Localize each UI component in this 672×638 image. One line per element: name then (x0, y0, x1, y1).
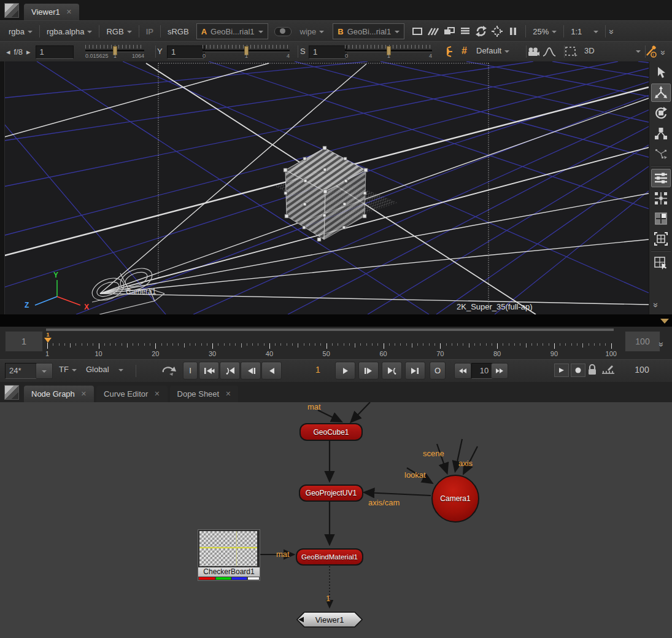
timeline-range-end-box[interactable]: 100 (625, 331, 660, 352)
timeline-current-frame-box[interactable]: 1 (5, 331, 43, 352)
wipe-toggle[interactable] (274, 27, 292, 36)
grid-toggle-icon[interactable]: # (462, 45, 467, 56)
zoom-dropdown[interactable]: 25% (530, 27, 559, 36)
node-camera1[interactable]: Camera1 (431, 475, 479, 523)
ip-toggle[interactable]: IP (144, 27, 156, 36)
layout-grid-tool[interactable] (651, 189, 671, 208)
display-mode-dropdown[interactable]: RGB (104, 27, 134, 36)
range-mode-dropdown[interactable]: Global (83, 365, 126, 374)
input-b-dropdown[interactable]: B GeoBi...rial1 (333, 23, 404, 39)
view-preset-dropdown[interactable]: Default (474, 46, 512, 55)
node-geocube1[interactable]: GeoCube1 (299, 423, 363, 441)
step-forward-button[interactable] (358, 362, 379, 379)
play-forward-button[interactable] (335, 362, 355, 379)
node-geoprojectuv1[interactable]: GeoProjectUV1 (299, 484, 363, 502)
close-icon[interactable]: ✕ (66, 9, 72, 15)
frame-view-tool[interactable] (651, 230, 671, 248)
framing-icon[interactable] (409, 24, 425, 39)
gamma-display-icon[interactable] (457, 24, 473, 39)
jump-back-button[interactable] (454, 363, 471, 379)
saturation-slider[interactable]: 0 1 4 (345, 44, 432, 60)
tab-curve-editor[interactable]: Curve Editor ✕ (96, 386, 167, 402)
lock-range-button[interactable] (587, 364, 598, 378)
next-fstop-arrow[interactable]: ▸ (26, 47, 31, 56)
saturation-input[interactable]: 1 (309, 45, 347, 59)
gamma-input[interactable]: 1 (167, 45, 205, 59)
refresh-icon[interactable] (473, 24, 489, 39)
channels-dropdown[interactable]: rgba (6, 27, 35, 36)
tab-viewer1[interactable]: Viewer1 ✕ (24, 4, 79, 20)
ruler-tick (434, 343, 435, 346)
camera-lock-icon[interactable] (525, 44, 541, 59)
timeline-zoom-bar[interactable] (46, 329, 614, 331)
3d-light-icon[interactable] (438, 44, 454, 59)
close-icon[interactable]: ✕ (81, 391, 87, 397)
ruler-tick (554, 343, 555, 349)
tab-node-graph[interactable]: Node Graph ✕ (24, 386, 94, 402)
snap-tool[interactable] (651, 144, 671, 163)
goto-view-tool[interactable] (651, 254, 671, 273)
gain-slider[interactable]: 0.015625 1 1064 (85, 44, 144, 60)
proxy-dropdown[interactable]: 1:1 (568, 27, 601, 36)
pane-menu-icon[interactable] (4, 3, 19, 18)
node-viewer1[interactable]: Viewer1 (296, 611, 363, 628)
ruler-tick (304, 343, 304, 346)
tf-dropdown[interactable]: TF (56, 365, 79, 374)
loop-mode-icon[interactable] (161, 364, 177, 378)
goto-end-button[interactable] (405, 362, 425, 379)
viewport-3d[interactable]: Camera1 Y X Z 2K_Super_35(full-ap) (0, 61, 649, 314)
input-a-dropdown[interactable]: A GeoBi...rial1 (196, 23, 268, 39)
rotate-tool[interactable] (651, 104, 671, 122)
toolbar-overflow-chevron-icon[interactable]: » (607, 29, 617, 33)
roi-icon[interactable] (489, 24, 505, 39)
close-icon[interactable]: ✕ (154, 391, 160, 397)
layer-dropdown[interactable]: rgba.alpha (44, 27, 95, 36)
splitter-collapse-triangle-icon[interactable] (660, 319, 669, 324)
gain-input[interactable]: 1 (36, 45, 74, 59)
node-geobindmaterial1[interactable]: GeoBindMaterial1 (296, 548, 363, 566)
monitor-output-icon[interactable] (441, 24, 457, 39)
node-graph[interactable]: mat scene axis lookat axis/cam mat 1 Geo… (0, 402, 672, 638)
jump-forward-button[interactable] (491, 363, 508, 379)
toolbar2-overflow-chevron-icon[interactable]: » (658, 50, 668, 54)
node-checkerboard1[interactable]: CheckerBoard1 (198, 529, 260, 581)
scale-tool[interactable] (651, 124, 671, 142)
wipe-dropdown[interactable]: wipe (298, 27, 327, 36)
lut-curve-icon[interactable] (541, 44, 557, 59)
next-keyframe-button[interactable] (382, 362, 402, 379)
pane-menu-icon[interactable] (4, 385, 19, 400)
playhead-marker[interactable] (44, 338, 52, 343)
split-view-tool[interactable] (651, 209, 671, 228)
flipbook-button[interactable] (554, 364, 569, 377)
timeline-ruler[interactable]: 1102030405060708090100 1 (43, 327, 618, 359)
translate-tool[interactable] (651, 84, 671, 102)
viewport-canvas[interactable]: Camera1 Y X Z 2K_Super_35(full-ap) (0, 61, 649, 314)
play-backward-button[interactable] (261, 362, 282, 379)
timeline-chevron-icon[interactable]: » (657, 342, 666, 346)
loop-once-button[interactable]: O (430, 362, 446, 379)
goto-start-button[interactable] (199, 362, 219, 379)
prev-fstop-arrow[interactable]: ◂ (6, 47, 10, 56)
ruler-tick (82, 343, 82, 346)
gamma-slider[interactable]: 0 1 4 (203, 44, 290, 60)
playback-range-end[interactable]: 100 (625, 365, 659, 375)
marquee-select-icon[interactable] (563, 44, 579, 59)
tab-dope-sheet[interactable]: Dope Sheet ✕ (170, 386, 239, 402)
record-button[interactable] (571, 364, 585, 377)
select-cursor-tool[interactable] (651, 63, 671, 82)
pause-icon[interactable] (505, 24, 521, 39)
viewer-splitter[interactable] (0, 314, 672, 327)
side-toolbar-chevron-icon[interactable]: » (651, 303, 661, 306)
view-dimension-dropdown[interactable]: 3D (582, 46, 643, 55)
sample-eyedropper-icon[interactable]: i (643, 44, 659, 59)
lut-dropdown[interactable]: sRGB (165, 27, 191, 36)
step-back-button[interactable] (241, 362, 261, 379)
close-icon[interactable]: ✕ (225, 391, 231, 397)
playback-current-frame[interactable]: 1 (306, 365, 330, 375)
multi-pass-tool[interactable] (651, 169, 671, 187)
fps-dropdown-button[interactable] (36, 363, 53, 379)
prev-keyframe-button[interactable] (220, 362, 240, 379)
interlock-button[interactable]: I (183, 362, 198, 379)
zebra-stripes-icon[interactable] (425, 24, 441, 39)
frame-range-button[interactable] (601, 365, 615, 376)
